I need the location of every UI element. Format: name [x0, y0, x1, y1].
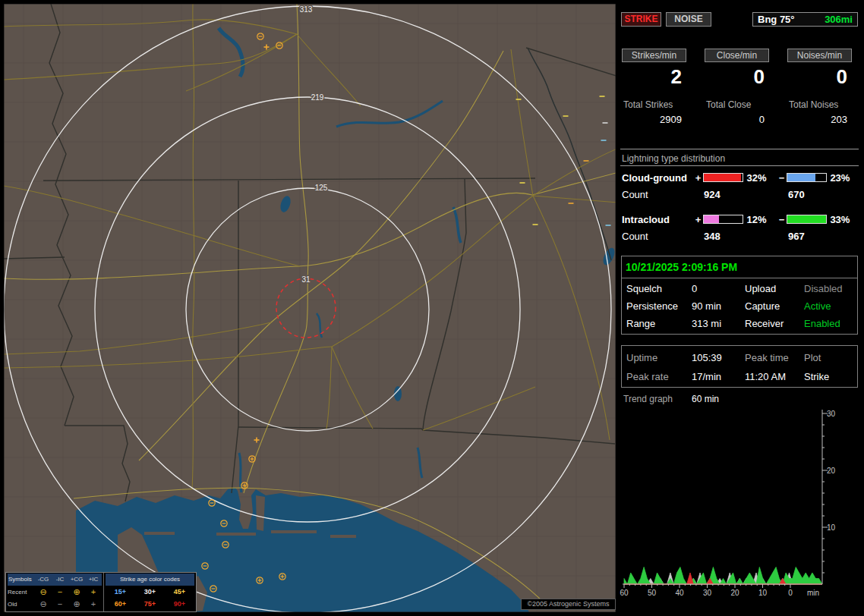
strikes-per-min-button[interactable]: Strikes/min	[622, 49, 686, 62]
x-tick-60: 60	[620, 589, 629, 597]
radar-map[interactable]: 313 219 125 31	[4, 4, 616, 612]
y-tick-20: 20	[827, 467, 836, 475]
x-tick-10: 10	[758, 589, 768, 597]
age-30: 30+	[135, 588, 165, 596]
peak-time-value: 11:20 AM	[745, 368, 804, 385]
ic-neg-count: 967	[788, 231, 805, 242]
old-ic-pos-icon: +	[85, 599, 102, 608]
total-noises-value: 203	[787, 114, 852, 125]
bearing-panel: Bng 75° 306mi	[752, 12, 858, 27]
y-tick-30: 30	[827, 410, 836, 418]
trend-labels: 30 20 10 60 50 40 30 20 10 0 min	[620, 410, 835, 597]
total-strikes-value: 2909	[622, 114, 686, 125]
distribution-title: Lightning type distribution	[622, 153, 725, 164]
trend-ticks	[624, 413, 828, 588]
trend-window-value: 60 min	[692, 394, 719, 404]
trend-graph-label: Trend graph	[623, 394, 673, 404]
ring-label-313: 313	[300, 5, 313, 14]
cg-pos-pct: 32%	[743, 172, 777, 184]
recent-cg-neg-icon: ⊖	[35, 587, 52, 596]
barrier-island	[330, 535, 356, 538]
age-45: 45+	[165, 588, 194, 596]
recent-cg-pos-icon: ⊕	[68, 587, 85, 596]
persistence-label: Persistence	[626, 297, 692, 315]
close-per-min-value: 0	[705, 65, 769, 89]
cg-neg-bar	[787, 173, 827, 182]
legend-col-cg-pos: +CG	[68, 574, 85, 586]
trend-series-strikes	[624, 567, 822, 585]
count-label: Count	[622, 189, 648, 200]
trend-plot-area	[624, 567, 822, 585]
peak-rate-value: 17/min	[692, 368, 745, 385]
sidebar: STRIKE NOISE Bng 75° 306mi Strikes/min C…	[619, 4, 860, 612]
intracloud-row: Intracloud + 12% − 33%	[622, 213, 860, 225]
datetime-display: 10/21/2025 2:09:16 PM	[622, 256, 857, 278]
total-strikes-label: Total Strikes	[622, 99, 686, 110]
strike-mode-button[interactable]: STRIKE	[621, 12, 661, 27]
range-label: Range	[626, 315, 692, 332]
receiver-label: Receiver	[745, 315, 804, 332]
age-15: 15+	[106, 588, 135, 596]
old-ic-neg-icon: −	[52, 599, 68, 608]
cloud-ground-row: Cloud-ground + 32% − 23%	[622, 171, 860, 184]
minus-sign: −	[777, 172, 787, 184]
trend-caption: Trend graph 60 min	[623, 394, 851, 404]
x-tick-50: 50	[648, 589, 657, 597]
legend-col-cg-neg: -CG	[35, 574, 52, 586]
x-tick-40: 40	[675, 589, 684, 597]
plot-value: Strike	[804, 368, 857, 385]
x-tick-0: 0	[788, 589, 793, 597]
noises-per-min-value: 0	[787, 65, 852, 89]
peak-time-label: Peak time	[745, 349, 804, 366]
noises-per-min-button[interactable]: Noises/min	[787, 49, 852, 62]
total-close-label: Total Close	[705, 99, 769, 110]
total-noises-label: Total Noises	[787, 99, 852, 110]
cg-pos-count: 924	[704, 189, 721, 200]
recent-ic-neg-icon: −	[52, 587, 68, 596]
divider	[620, 165, 859, 166]
ring-label-219: 219	[311, 93, 324, 102]
age-color-legend: Strike age color codes 15+ 30+ 45+ 60+ 7…	[104, 573, 196, 611]
ic-neg-pct: 33%	[827, 214, 860, 225]
upload-status: Disabled	[804, 280, 857, 297]
status-panel: 10/21/2025 2:09:16 PM Squelch 0 Upload D…	[621, 256, 858, 335]
x-tick-30: 30	[703, 589, 712, 597]
bearing-range: 306mi	[825, 14, 853, 25]
cg-pos-bar	[703, 173, 743, 182]
plus-sign: +	[693, 214, 703, 225]
legend-col-ic-neg: -IC	[52, 574, 68, 586]
lightning-detector-app: 313 219 125 31 Symbols -CG -IC +CG +IC R…	[0, 0, 864, 616]
ic-pos-bar	[703, 215, 743, 224]
squelch-label: Squelch	[626, 280, 692, 297]
barrier-island	[271, 530, 317, 533]
copyright-notice: ©2005 Astrogenic Systems	[521, 599, 616, 610]
ring-label-125: 125	[315, 184, 328, 192]
symbols-legend: Symbols -CG -IC +CG +IC Recent ⊖ − ⊕ + O…	[6, 573, 104, 611]
bearing-label: Bng 75°	[758, 14, 795, 25]
noise-mode-button[interactable]: NOISE	[666, 12, 711, 27]
plot-label: Plot	[804, 349, 857, 366]
close-per-min-button[interactable]: Close/min	[705, 49, 769, 62]
age-legend-title: Strike age color codes	[106, 574, 194, 586]
plus-sign: +	[693, 172, 703, 184]
baldwin-strip	[256, 495, 265, 531]
uptime-value: 105:39	[692, 349, 745, 366]
barrier-island	[216, 533, 256, 536]
strikes-per-min-value: 2	[622, 65, 686, 89]
trend-graph: 30 20 10 60 50 40 30 20 10 0 min	[619, 406, 860, 611]
count-label: Count	[622, 231, 648, 242]
cg-neg-count: 670	[788, 189, 805, 200]
uptime-label: Uptime	[626, 349, 692, 366]
persistence-value: 90 min	[692, 297, 745, 315]
ring-label-31: 31	[301, 275, 311, 284]
x-axis-unit: min	[807, 589, 819, 597]
intracloud-label: Intracloud	[622, 214, 693, 225]
age-60: 60+	[106, 600, 135, 608]
legend-recent-label: Recent	[8, 589, 35, 596]
capture-status: Active	[804, 297, 857, 315]
map-area[interactable]: 313 219 125 31 Symbols -CG -IC +CG +IC R…	[4, 4, 616, 612]
total-close-value: 0	[705, 114, 769, 125]
legend-old-label: Old	[8, 601, 35, 608]
recent-ic-pos-icon: +	[85, 587, 102, 596]
capture-label: Capture	[745, 297, 804, 315]
